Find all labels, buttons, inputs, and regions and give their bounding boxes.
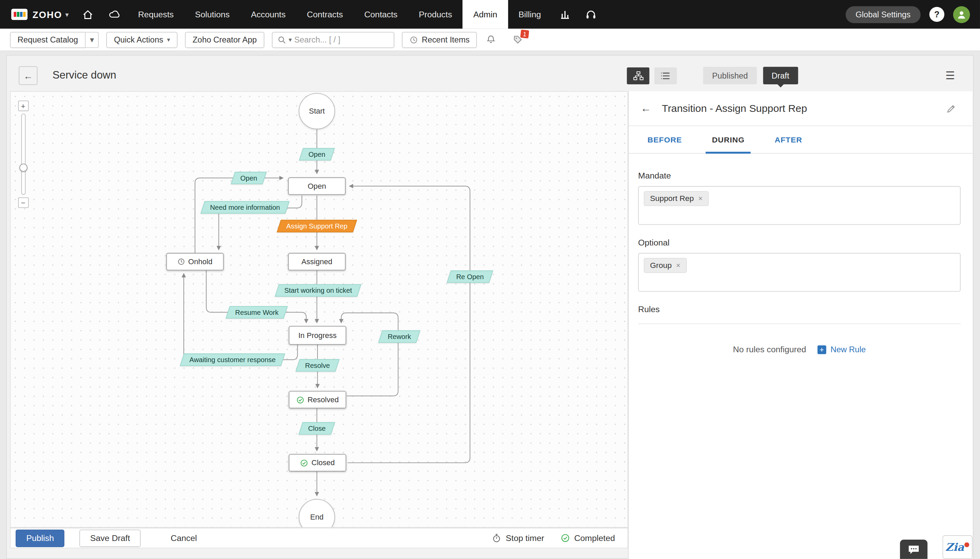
help-icon[interactable]: ?	[929, 7, 944, 22]
edit-pencil-icon[interactable]	[946, 103, 956, 113]
nav-item-admin[interactable]: Admin	[463, 0, 508, 28]
rules-divider	[638, 323, 961, 324]
secondary-toolbar: Request Catalog ▾ Quick Actions ▾ Zoho C…	[0, 28, 980, 51]
zoom-control: + −	[17, 101, 28, 208]
zia-button[interactable]: Zia●	[943, 535, 973, 559]
mandate-field[interactable]: Support Rep ×	[638, 186, 961, 225]
tab-before[interactable]: BEFORE	[648, 126, 682, 153]
state-onhold[interactable]: Onhold	[166, 253, 224, 270]
new-rule-button[interactable]: + New Rule	[817, 345, 866, 354]
panel-tabs: BEFORE DURING AFTER	[629, 126, 973, 154]
zoom-out-button[interactable]: −	[18, 197, 28, 208]
state-in-progress[interactable]: In Progress	[289, 326, 347, 345]
main-nav: Requests Solutions Accounts Contracts Co…	[127, 0, 552, 28]
nav-item-solutions[interactable]: Solutions	[184, 0, 240, 28]
list-icon	[661, 71, 671, 79]
transition-close[interactable]: Close	[298, 422, 335, 435]
node-start[interactable]: Start	[299, 93, 335, 129]
zoom-slider[interactable]	[21, 114, 25, 195]
zia-logo: Zia●	[945, 541, 970, 554]
clock-icon	[177, 258, 185, 266]
cloud-icon[interactable]	[101, 0, 127, 28]
mandate-chip[interactable]: Support Rep ×	[644, 191, 709, 206]
tab-during[interactable]: DURING	[712, 126, 745, 153]
check-circle-icon	[297, 396, 305, 404]
close-icon[interactable]: ×	[698, 194, 703, 203]
bar-chart-icon[interactable]	[552, 0, 578, 28]
completed-label: Completed	[574, 534, 615, 543]
transition-re-open[interactable]: Re Open	[447, 270, 493, 283]
list-view-button[interactable]	[655, 67, 677, 84]
home-icon[interactable]	[75, 0, 101, 28]
search-box[interactable]: ▾	[272, 31, 395, 48]
publish-state-toggle: Published Draft	[703, 67, 798, 84]
nav-item-contacts[interactable]: Contacts	[353, 0, 408, 28]
chat-bubble-icon	[907, 544, 920, 554]
optional-chip[interactable]: Group ×	[644, 258, 686, 273]
brand-name[interactable]: ZOHO	[33, 9, 62, 20]
tab-after[interactable]: AFTER	[774, 126, 802, 153]
completed-toggle[interactable]: Completed	[560, 534, 615, 543]
state-assigned[interactable]: Assigned	[288, 253, 346, 270]
transition-awaiting-customer-response[interactable]: Awaiting customer response	[180, 354, 285, 366]
bell-icon[interactable]	[486, 34, 496, 45]
nav-item-requests[interactable]: Requests	[127, 0, 184, 28]
zoom-in-button[interactable]: +	[18, 101, 28, 111]
transition-resume-work[interactable]: Resume Work	[226, 306, 288, 319]
quick-actions-button[interactable]: Quick Actions ▾	[106, 31, 177, 48]
nav-item-accounts[interactable]: Accounts	[240, 0, 296, 28]
panel-body: Mandate Support Rep × Optional Group × R…	[629, 154, 973, 559]
save-draft-button[interactable]: Save Draft	[80, 529, 141, 547]
cancel-button[interactable]: Cancel	[161, 529, 207, 547]
nav-item-products[interactable]: Products	[408, 0, 463, 28]
request-catalog-button[interactable]: Request Catalog	[10, 31, 85, 48]
zoho-creator-app-button[interactable]: Zoho Creator App	[185, 31, 264, 48]
history-clock-icon	[410, 35, 418, 44]
page-title: Service down	[52, 69, 116, 82]
transition-panel: ← Transition - Assign Support Rep BEFORE…	[628, 91, 973, 559]
recent-items-label: Recent Items	[421, 35, 469, 45]
chat-button[interactable]	[900, 540, 928, 559]
tag-icon[interactable]: 1	[513, 34, 523, 45]
tab-draft[interactable]: Draft	[763, 67, 798, 84]
zoom-slider-handle[interactable]	[19, 164, 27, 172]
optional-label: Optional	[638, 238, 961, 248]
transition-resolve[interactable]: Resolve	[296, 359, 340, 372]
avatar[interactable]	[953, 6, 970, 23]
stop-timer-toggle[interactable]: Stop timer	[492, 534, 544, 543]
transition-start-working-on-ticket[interactable]: Start working on ticket	[275, 284, 361, 297]
optional-field[interactable]: Group ×	[638, 253, 961, 292]
chevron-down-icon[interactable]: ▾	[289, 36, 292, 43]
recent-items-button[interactable]: Recent Items	[402, 31, 477, 48]
transition-open-top[interactable]: Open	[299, 148, 335, 160]
stop-timer-label: Stop timer	[506, 534, 544, 543]
state-open[interactable]: Open	[288, 177, 346, 195]
search-input[interactable]	[294, 35, 389, 45]
stopwatch-icon	[492, 534, 502, 543]
transition-open-left[interactable]: Open	[231, 172, 267, 184]
flowchart-view-button[interactable]	[627, 67, 650, 84]
panel-back-button[interactable]: ←	[641, 102, 651, 114]
nav-item-billing[interactable]: Billing	[508, 0, 552, 28]
global-settings-button[interactable]: Global Settings	[846, 6, 921, 23]
tab-published[interactable]: Published	[703, 67, 756, 84]
back-button[interactable]: ←	[19, 66, 37, 85]
transition-need-more-information[interactable]: Need more information	[201, 201, 290, 213]
sitemap-icon	[633, 71, 644, 80]
headset-icon[interactable]	[578, 0, 604, 28]
nav-item-contracts[interactable]: Contracts	[297, 0, 354, 28]
transition-rework[interactable]: Rework	[378, 331, 421, 343]
check-circle-icon	[300, 459, 308, 467]
transition-assign-support-rep[interactable]: Assign Support Rep	[277, 220, 357, 233]
menu-icon[interactable]: ☰	[945, 69, 955, 82]
plus-icon: +	[817, 345, 826, 354]
publish-button[interactable]: Publish	[16, 529, 65, 547]
workflow-canvas[interactable]: Start End Open Open Need more informatio…	[10, 91, 628, 528]
panel-title: Transition - Assign Support Rep	[662, 103, 807, 114]
state-resolved[interactable]: Resolved	[289, 391, 347, 408]
state-closed[interactable]: Closed	[289, 454, 347, 471]
chevron-down-icon[interactable]: ▾	[65, 10, 69, 18]
close-icon[interactable]: ×	[676, 261, 681, 270]
request-catalog-caret-button[interactable]: ▾	[85, 31, 99, 48]
check-circle-icon	[560, 534, 570, 543]
